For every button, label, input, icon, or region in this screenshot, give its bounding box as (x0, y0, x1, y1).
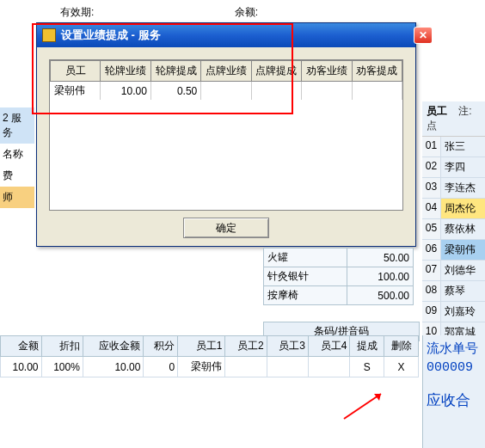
order-cell: 10.00 (1, 357, 42, 377)
grid-header: 轮牌提成 (150, 61, 200, 82)
svg-line-0 (344, 394, 381, 419)
grid-header: 轮牌业绩 (101, 61, 150, 82)
order-header: 员工2 (225, 336, 267, 357)
price-row[interactable]: 针灸银针100.00 (264, 267, 414, 286)
order-cell (267, 357, 308, 377)
price-list[interactable]: 火罐50.00针灸银针100.00按摩椅500.00 (263, 248, 414, 305)
due-label: 应收合 (427, 390, 482, 410)
sidebar-fee: 费 (0, 165, 34, 187)
sidebar-tech[interactable]: 师 (0, 187, 34, 208)
left-sidebar: 2 服务 名称 费 师 (0, 107, 34, 208)
order-header: 删除 (384, 336, 419, 357)
ok-button[interactable]: 确定 (183, 218, 269, 238)
employee-panel: 员工 注:点 01张三02李四03李连杰04周杰伦05蔡依林06梁朝伟07刘德华… (422, 101, 485, 364)
employee-row[interactable]: 06梁朝伟 (422, 240, 485, 261)
dialog-icon (42, 28, 56, 42)
close-button[interactable]: ✕ (414, 27, 433, 44)
order-cell: 0 (144, 357, 178, 377)
valid-label: 有效期: (60, 5, 94, 20)
order-header: 积分 (144, 336, 178, 357)
order-header: 金额 (1, 336, 42, 357)
employee-row[interactable]: 03李连杰 (422, 178, 485, 199)
employee-row[interactable]: 01张三 (422, 137, 485, 157)
employee-row[interactable]: 05蔡依林 (422, 219, 485, 240)
balance-label: 余额: (235, 5, 258, 20)
grid-row[interactable]: 梁朝伟10.000.50 (51, 82, 402, 101)
close-icon: ✕ (419, 29, 427, 41)
grid-header: 点牌业绩 (201, 61, 251, 82)
order-cell (309, 357, 350, 377)
summary-panel: 流水单号 000009 应收合 (422, 335, 485, 448)
employee-row[interactable]: 04周杰伦 (422, 199, 485, 219)
commission-dialog: 设置业绩提成 - 服务 ✕ 员工轮牌业绩轮牌提成点牌业绩点牌提成劝客业绩劝客提成… (36, 22, 416, 247)
commission-grid[interactable]: 员工轮牌业绩轮牌提成点牌业绩点牌提成劝客业绩劝客提成 梁朝伟10.000.50 (49, 59, 403, 211)
order-header: 员工3 (267, 336, 308, 357)
annotation-arrow (340, 389, 391, 423)
employee-row[interactable]: 09刘嘉玲 (422, 302, 485, 322)
grid-header: 点牌提成 (251, 61, 301, 82)
dialog-title: 设置业绩提成 - 服务 (61, 28, 161, 43)
order-cell: 梁朝伟 (178, 357, 225, 377)
serial-label: 流水单号 (427, 341, 482, 357)
grid-header: 劝客提成 (352, 61, 402, 82)
order-cell: 10.00 (83, 357, 144, 377)
order-cell: 100% (41, 357, 83, 377)
serial-value: 000009 (427, 360, 482, 375)
order-header: 提成 (350, 336, 384, 357)
order-header: 应收金额 (83, 336, 144, 357)
price-row[interactable]: 火罐50.00 (264, 249, 414, 267)
sidebar-name: 名称 (0, 144, 34, 165)
commission-link[interactable]: S (350, 357, 384, 377)
grid-header: 员工 (51, 61, 101, 82)
order-cell (225, 357, 267, 377)
price-row[interactable]: 按摩椅500.00 (264, 286, 414, 305)
employee-row[interactable]: 02李四 (422, 157, 485, 178)
employee-row[interactable]: 08蔡琴 (422, 281, 485, 302)
order-header: 折扣 (41, 336, 83, 357)
employee-row[interactable]: 07刘德华 (422, 261, 485, 281)
order-table[interactable]: 金额折扣应收金额积分员工1员工2员工3员工4提成删除 10.00100%10.0… (0, 335, 419, 377)
order-header: 员工4 (309, 336, 350, 357)
dialog-titlebar[interactable]: 设置业绩提成 - 服务 ✕ (37, 23, 415, 47)
delete-link[interactable]: X (384, 357, 419, 377)
sidebar-service[interactable]: 2 服务 (0, 107, 34, 144)
employee-header: 员工 (427, 105, 447, 117)
svg-marker-1 (374, 394, 381, 401)
order-header: 员工1 (178, 336, 225, 357)
grid-header: 劝客业绩 (302, 61, 352, 82)
